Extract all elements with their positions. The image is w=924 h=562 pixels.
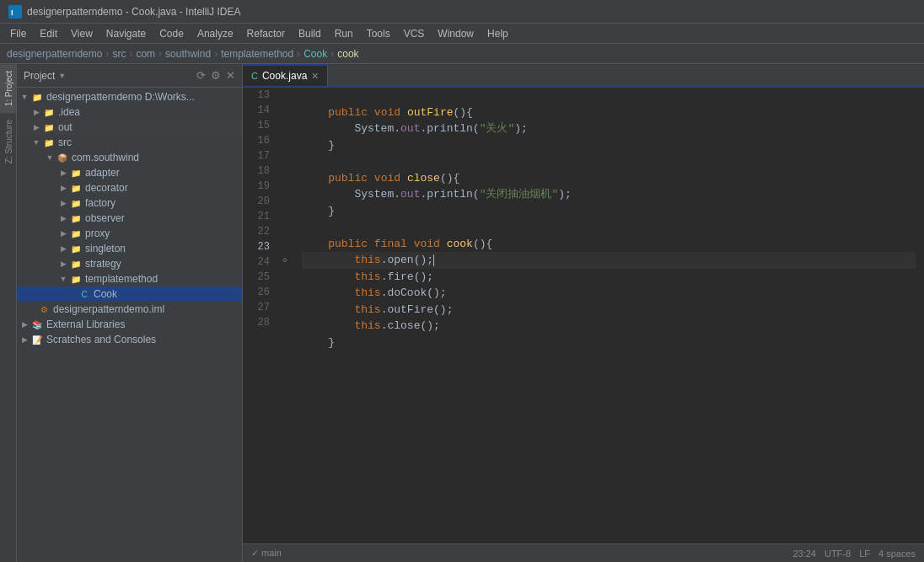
git-branch: ✓ main [251, 548, 282, 559]
menu-item-code[interactable]: Code [153, 26, 191, 41]
tree-label-strategy: strategy [85, 258, 121, 270]
tree-arrow-singleton: ▶ [57, 244, 69, 253]
editor-tab-cook[interactable]: C Cook.java ✕ [243, 64, 328, 86]
breadcrumb-part-2[interactable]: com [136, 48, 155, 60]
menu-item-navigate[interactable]: Navigate [99, 26, 153, 41]
menu-item-run[interactable]: Run [328, 26, 360, 41]
ln-16: 16 [243, 133, 270, 148]
tree-item-adapter[interactable]: ▶ 📁 adapter [17, 165, 242, 180]
encoding-info[interactable]: UTF-8 [825, 549, 851, 559]
tree-label-adapter: adapter [85, 167, 120, 179]
breadcrumb-part-3[interactable]: southwind [165, 48, 211, 60]
breadcrumb-part-4[interactable]: templatemethod [221, 48, 293, 60]
tree-item-root[interactable]: ▼ 📁 designerpatterndemo D:\Works... [17, 89, 242, 104]
menu-item-view[interactable]: View [64, 26, 99, 41]
editor-area: C Cook.java ✕ 13 14 15 16 17 18 19 20 21… [243, 64, 924, 562]
tree-label-factory: factory [85, 197, 116, 209]
tree-arrow-src: ▼ [30, 138, 42, 147]
strip-tab-structure[interactable]: Z: Structure [0, 113, 16, 170]
tree-arrow-root: ▼ [19, 93, 30, 101]
tree-item-proxy[interactable]: ▶ 📁 proxy [17, 226, 242, 241]
menu-item-refactor[interactable]: Refactor [240, 26, 292, 41]
menu-item-analyze[interactable]: Analyze [191, 26, 240, 41]
tree-item-idea[interactable]: ▶ 📁 .idea [17, 104, 242, 120]
line-sep-info[interactable]: LF [859, 549, 870, 559]
gutter-16 [277, 137, 293, 154]
tree-item-observer[interactable]: ▶ 📁 observer [17, 211, 242, 226]
menu-item-file[interactable]: File [3, 26, 33, 41]
gutter-26 [277, 302, 293, 318]
code-line-17 [302, 153, 916, 170]
close-panel-icon[interactable]: ✕ [226, 69, 235, 82]
code-line-18: public void close(){ [302, 170, 916, 187]
indent-info[interactable]: 4 spaces [878, 549, 916, 559]
tree-arrow-factory: ▶ [57, 199, 69, 207]
tree-item-cook[interactable]: C Cook [17, 286, 242, 302]
menu-item-vcs[interactable]: VCS [397, 26, 432, 41]
code-line-28: } [302, 335, 916, 351]
ln-21: 21 [243, 209, 270, 224]
breadcrumb-part-5[interactable]: Cook [304, 48, 327, 60]
svg-text:I: I [11, 8, 13, 17]
menu-bar: FileEditViewNavigateCodeAnalyzeRefactorB… [0, 24, 924, 44]
tree-label-observer: observer [85, 212, 125, 224]
tree-arrow-adapter: ▶ [57, 169, 69, 177]
breadcrumb-part-0[interactable]: designerpatterndemo [7, 48, 102, 60]
tree-item-decorator[interactable]: ▶ 📁 decorator [17, 180, 242, 195]
gutter-17 [277, 153, 293, 170]
decorator-folder-icon: 📁 [69, 181, 83, 195]
tree-label-src: src [58, 136, 72, 148]
ln-15: 15 [243, 118, 270, 133]
tree-arrow-templatemethod: ▼ [57, 275, 69, 283]
tree-item-templatemethod[interactable]: ▼ 📁 templatemethod [17, 271, 242, 286]
adapter-folder-icon: 📁 [69, 166, 83, 179]
settings-icon[interactable]: ⚙ [211, 69, 221, 82]
project-actions: ⟳ ⚙ ✕ [196, 69, 235, 82]
tree-arrow-proxy: ▶ [57, 229, 69, 238]
menu-item-build[interactable]: Build [292, 26, 328, 41]
breadcrumb-part-1[interactable]: src [112, 48, 126, 60]
status-bar: ✓ main 23:24 UTF-8 LF 4 spaces [243, 543, 924, 562]
menu-item-tools[interactable]: Tools [360, 26, 397, 41]
tree-item-scratches[interactable]: ▶ 📝 Scratches and Consoles [17, 332, 242, 347]
sync-icon[interactable]: ⟳ [196, 69, 206, 82]
code-view[interactable]: public void outFire(){ System.out.printl… [293, 88, 924, 543]
editor-content: 13 14 15 16 17 18 19 20 21 22 23 24 25 2… [243, 88, 924, 543]
menu-item-help[interactable]: Help [481, 26, 515, 41]
tree-arrow-scratches: ▶ [19, 335, 30, 344]
tree-item-ext-libs[interactable]: ▶ 📚 External Libraries [17, 317, 242, 332]
src-folder-icon: 📁 [42, 136, 56, 149]
menu-item-edit[interactable]: Edit [33, 26, 64, 41]
tree-item-factory[interactable]: ▶ 📁 factory [17, 195, 242, 211]
tree-item-strategy[interactable]: ▶ 📁 strategy [17, 256, 242, 271]
tree-label-root: designerpatterndemo D:\Works... [46, 91, 195, 103]
gutter-23: ◇ [277, 252, 293, 269]
code-line-25: this.doCook(); [302, 285, 916, 302]
gutter-27 [277, 318, 293, 335]
tab-close-button[interactable]: ✕ [311, 71, 319, 82]
code-line-26: this.outFire(); [302, 302, 916, 318]
code-line-13 [302, 88, 916, 104]
project-title: Project ▼ [24, 70, 66, 82]
tree-label-singleton: singleton [85, 243, 126, 254]
tree-item-out[interactable]: ▶ 📁 out [17, 120, 242, 135]
line-col-info[interactable]: 23:24 [792, 549, 816, 559]
ln-25: 25 [243, 270, 270, 285]
tree-item-singleton[interactable]: ▶ 📁 singleton [17, 241, 242, 256]
menu-item-window[interactable]: Window [431, 26, 481, 41]
line-numbers: 13 14 15 16 17 18 19 20 21 22 23 24 25 2… [243, 88, 277, 543]
tree-label-scratches: Scratches and Consoles [46, 334, 156, 345]
code-line-24: this.fire(); [302, 269, 916, 286]
tree-label-decorator: decorator [85, 182, 128, 194]
project-dropdown-arrow[interactable]: ▼ [58, 72, 66, 80]
scratches-icon: 📝 [30, 333, 44, 346]
tree-label-templatemethod: templatemethod [85, 273, 158, 285]
tree-item-src[interactable]: ▼ 📁 src [17, 135, 242, 150]
code-line-21 [302, 219, 916, 236]
tree-item-iml[interactable]: ⚙ designerpatterndemo.iml [17, 302, 242, 317]
breadcrumb-part-6[interactable]: cook [337, 48, 358, 60]
tree-item-com-southwind[interactable]: ▼ 📦 com.southwind [17, 150, 242, 165]
singleton-folder-icon: 📁 [69, 242, 83, 255]
idea-folder-icon: 📁 [42, 105, 56, 119]
strip-tab-project[interactable]: 1: Project [0, 64, 16, 113]
